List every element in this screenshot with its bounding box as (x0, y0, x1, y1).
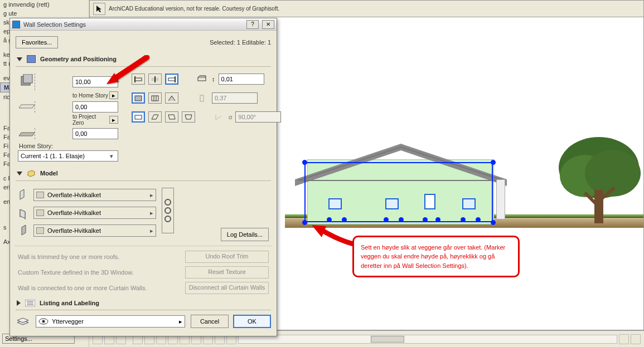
horizontal-scrollbar[interactable] (238, 335, 617, 344)
svg-rect-15 (135, 96, 142, 101)
selection-handle[interactable] (342, 217, 347, 222)
wall-bottom-elev-input[interactable] (72, 128, 118, 139)
inside-surface-combo[interactable]: Overflate-Hvitkalket▸ (33, 224, 156, 237)
undo-roof-trim-button[interactable]: Undo Roof Trim (185, 251, 269, 263)
plan-straight-icon[interactable] (132, 111, 145, 123)
scroll-left-icon[interactable] (619, 334, 629, 344)
inside-face-icon (18, 223, 29, 238)
layer-icon (16, 316, 30, 327)
link-home-story-button[interactable]: ▸ (109, 91, 118, 99)
refline-right-icon[interactable] (165, 74, 178, 85)
disconnect-cw-button[interactable]: Disconnect all Curtain Walls (185, 282, 269, 294)
dialog-title: Wall Selection Settings (23, 21, 243, 28)
wall-selection-settings-dialog: Wall Selection Settings ? ✕ Favorites...… (9, 18, 277, 336)
refline-center-icon[interactable] (148, 74, 162, 85)
edge-surface-combo[interactable]: Overflate-Hvitkalket▸ (33, 207, 156, 219)
to-home-story-label: to Home Story (72, 92, 108, 99)
left-item[interactable]: g innvendig (rett) (0, 0, 89, 9)
roof-trim-note: Wall is trimmed by one or more roofs. (18, 253, 119, 260)
selection-handle[interactable] (384, 217, 389, 222)
app-icon (12, 21, 20, 28)
geometry-icon (27, 55, 36, 63)
selection-box[interactable] (304, 162, 493, 222)
wall-angle-input (235, 111, 281, 123)
selection-handle[interactable] (476, 217, 481, 222)
reset-texture-button[interactable]: Reset Texture (185, 266, 269, 278)
link-project-zero-button[interactable]: ▸ (109, 116, 118, 124)
home-story-combo[interactable]: Current -1 (1. 1. Etasje) ▾ (18, 150, 118, 162)
expand-icon (17, 300, 21, 306)
help-icon[interactable]: ? (246, 20, 259, 29)
selection-handle[interactable] (327, 217, 332, 222)
scrollbar-thumb[interactable] (371, 336, 404, 343)
model-panel-title: Model (40, 170, 58, 177)
pointer-tool-icon[interactable] (93, 3, 105, 15)
listing-panel-title: Listing and Labeling (40, 300, 99, 306)
plan-slanted2-icon[interactable] (165, 111, 178, 123)
scroll-right-icon[interactable] (631, 334, 641, 344)
svg-point-23 (165, 216, 171, 222)
favorites-button[interactable]: Favorites... (16, 36, 58, 48)
dialog-titlebar[interactable]: Wall Selection Settings ? ✕ (10, 18, 277, 31)
geometry-panel-title: Geometry and Positioning (40, 56, 117, 62)
annotation-callout: Sett en høyde slik at veggene går over t… (352, 236, 520, 277)
wall-thickness-offset-input[interactable] (219, 74, 264, 85)
structure-basic-icon[interactable] (132, 92, 145, 104)
wall-height-icon (18, 74, 35, 90)
plan-slanted1-icon[interactable] (148, 111, 162, 123)
close-icon[interactable]: ✕ (262, 20, 274, 29)
selection-count: Selected: 1 Editable: 1 (210, 39, 271, 46)
selection-handle[interactable] (302, 220, 307, 225)
watermark-text: ArchiCAD Educational version, not for re… (109, 6, 279, 12)
wall-top-height-input[interactable] (72, 76, 118, 87)
selection-handle[interactable] (491, 220, 496, 225)
house-side-column (496, 179, 505, 219)
link-surfaces-toggle[interactable] (162, 188, 174, 233)
house-elevation (302, 131, 500, 226)
wall-bottom-icon (18, 129, 35, 138)
collapse-icon (17, 172, 22, 175)
to-project-zero-label: to Project Zero (72, 114, 108, 126)
selection-handle[interactable] (302, 160, 307, 165)
listing-panel-header[interactable]: Listing and Labeling (16, 297, 271, 310)
model-icon (27, 169, 36, 177)
wall-home-offset-input[interactable] (72, 101, 118, 113)
home-story-value: Current -1 (1. 1. Etasje) (21, 153, 85, 159)
tree-graphic (554, 134, 643, 228)
structure-composite-icon[interactable] (148, 92, 162, 104)
wall-base-icon (18, 102, 35, 111)
left-item[interactable]: g ute (0, 9, 89, 18)
dropdown-icon: ▾ (108, 153, 115, 160)
plan-doubleslant-icon[interactable] (182, 111, 195, 123)
svg-rect-8 (135, 78, 142, 81)
geometry-panel-header[interactable]: Geometry and Positioning (16, 53, 271, 67)
svg-rect-14 (198, 77, 206, 81)
svg-point-22 (165, 208, 171, 213)
annotation-text: Sett en høyde slik at veggene går over t… (361, 244, 505, 269)
selection-handle[interactable] (461, 217, 466, 222)
angle-icon (212, 111, 225, 123)
collapse-icon (17, 57, 22, 61)
selection-handle[interactable] (435, 217, 440, 222)
svg-point-29 (42, 320, 45, 323)
svg-rect-7 (23, 74, 32, 83)
svg-point-21 (165, 199, 171, 205)
selection-handle[interactable] (399, 217, 404, 222)
eye-icon (38, 318, 49, 325)
outside-surface-combo[interactable]: Overflate-Hvitkalket▸ (33, 189, 156, 201)
wall-thickness-input (212, 92, 258, 104)
dropdown-icon: ▸ (179, 318, 182, 325)
layer-combo[interactable]: Yttervegger ▸ (36, 315, 185, 328)
ok-button[interactable]: OK (233, 315, 271, 328)
svg-rect-12 (168, 78, 175, 81)
model-panel-header[interactable]: Model (16, 167, 271, 181)
home-story-label: Home Story: (19, 143, 118, 149)
structure-profile-icon[interactable] (165, 92, 178, 104)
log-details-button[interactable]: Log Details... (221, 228, 269, 241)
thickness-icon (195, 74, 209, 85)
edge-face-icon (18, 206, 29, 220)
selection-handle[interactable] (423, 217, 428, 222)
refline-left-icon[interactable] (132, 74, 145, 85)
selection-handle[interactable] (491, 160, 496, 165)
cancel-button[interactable]: Cancel (191, 315, 229, 328)
